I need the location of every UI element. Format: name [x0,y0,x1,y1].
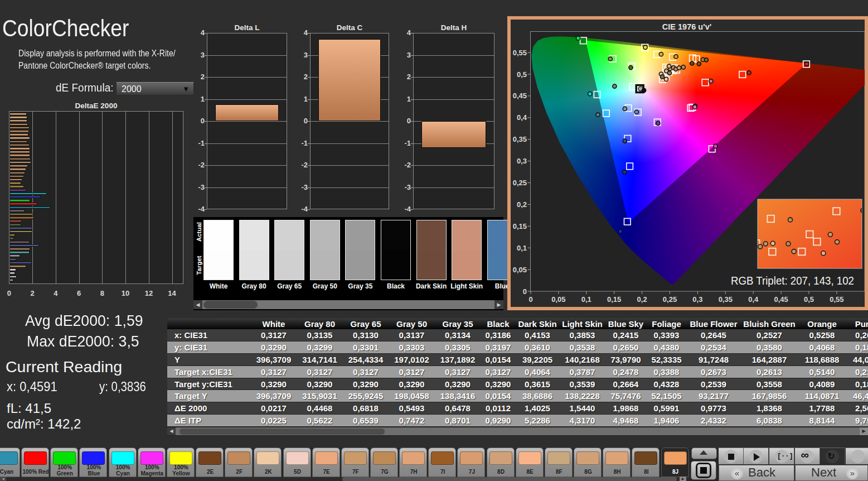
svg-text:0,25: 0,25 [663,295,677,304]
svg-text:0,5: 0,5 [804,295,814,304]
svg-text:0,05: 0,05 [551,295,565,304]
svg-text:CIE 1976 u'v': CIE 1976 u'v' [662,22,711,31]
svg-text:0,4: 0,4 [517,113,527,122]
svg-text:0,2: 0,2 [517,200,527,209]
svg-text:0,1: 0,1 [517,244,527,252]
svg-text:0,1: 0,1 [581,295,591,304]
svg-text:0,45: 0,45 [513,92,527,100]
svg-text:0,25: 0,25 [513,179,527,187]
svg-text:0,35: 0,35 [719,295,733,304]
svg-text:RGB Triplet: 207, 143, 102: RGB Triplet: 207, 143, 102 [731,274,854,287]
svg-text:0,15: 0,15 [607,295,621,304]
svg-text:0,05: 0,05 [513,266,527,274]
svg-text:0,15: 0,15 [513,222,527,230]
svg-text:0,35: 0,35 [513,135,527,143]
svg-text:0,3: 0,3 [692,295,702,304]
svg-text:0,55: 0,55 [830,295,843,304]
svg-text:0,55: 0,55 [513,49,527,57]
svg-text:0,3: 0,3 [517,157,527,165]
svg-text:0,5: 0,5 [517,70,527,79]
svg-text:0: 0 [523,287,527,296]
svg-text:0,4: 0,4 [748,295,759,304]
svg-text:0,45: 0,45 [774,295,788,304]
svg-text:0,2: 0,2 [637,295,647,304]
svg-text:0: 0 [528,295,532,304]
